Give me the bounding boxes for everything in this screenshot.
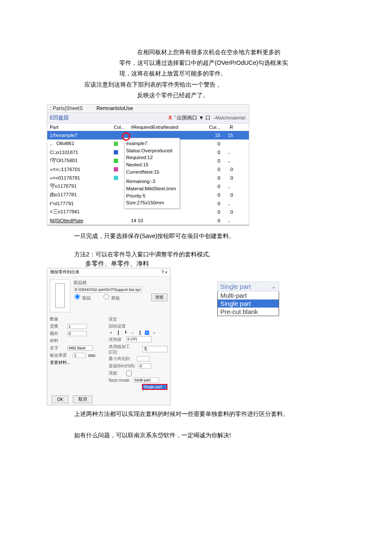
row-r: 。 [220,200,233,206]
row-part: «=>□1176701 [50,167,114,172]
dropdown-item-precut[interactable]: Pre-cut blank [218,308,279,316]
intro-line-1: 在相同板材上您将有很多次机会在空余地方套料更多的 [47,47,345,58]
row-part: !守Ol175801 [50,157,114,164]
col-r: R [220,125,233,130]
mirror-label: 境射: [109,370,124,376]
browse-button[interactable]: 浏览 [151,293,167,301]
need-field[interactable] [67,324,87,329]
matchmaterial-label: –Matchmaterial: [213,115,246,120]
mat-header: 材料 [50,338,65,344]
col-part: Part [50,125,114,130]
extra-field[interactable] [67,331,87,336]
table-row[interactable]: =三o117784100 [47,208,249,216]
radio-part[interactable]: 部品 [74,294,91,301]
col-cur: Cur... [208,125,220,130]
both-methods-paragraph: 上述两种方法都可以实现在套料的时候对一些需要单独套料的零件进行区分套料。 [47,409,345,419]
row-r: 0 [220,209,233,215]
mid-block: 增加零件到任务 ? × 部品档 部品 群组 [47,268,345,405]
row-part: =三o1177841 [50,209,114,215]
tt-size: Size:275x150mm [126,199,176,206]
intro-line-3: 现，这将在板材上放置尽可能多的零件。 [47,68,345,79]
row-part: «=>01176781 [50,175,114,180]
rotation-label: 回转设置 [109,323,126,329]
ok-button[interactable]: OK [52,395,69,403]
thickness-field[interactable] [73,353,86,358]
change-material-button[interactable]: 变更材料... [50,360,70,366]
row-cur: 0 [208,167,220,172]
row-cur: 0 [208,218,220,223]
min-label: 最小共切距 [109,356,134,362]
row-r: 0 [220,167,233,172]
settings-header: 设定 [109,316,124,322]
done-paragraph: 一旦完成，只要选择保存(Save)按钮即可在项目中创建套料。 [47,231,345,241]
name-label: 名字 [50,345,65,351]
tt-status: Status:Overproduced [126,147,176,154]
rotation-icons[interactable]: ▪┃┗↔┃+○ [109,331,167,335]
add-part-dialog: 增加零件到任务 ? × 部品档 部品 群组 [47,268,170,405]
row-cur: 0 [208,209,220,215]
min-field[interactable] [137,356,150,361]
nestmode-highlight[interactable]: Single part [142,384,167,390]
priority-label: 优先级 [109,337,124,343]
dropdown-item-single[interactable]: Single part [218,299,279,308]
row-r: 0 [220,192,233,198]
row-cur: 0 [208,141,220,146]
contact-paragraph: 如有什么问题，可以联南京系东岱软件，一定竭诚为你解决! [47,430,345,441]
tab-row: ; Parts|SheetS RemnantstoUse [47,105,249,113]
row-part: C□o1101871 [50,150,114,155]
chevron-down-icon: ⌄ [271,283,276,290]
row-cur: 15 [208,133,220,138]
intro-line-4: 应该注意到这将在下部列表的零件旁给出一个警告， [47,79,345,90]
shared-select[interactable]: 无 [142,346,167,352]
mirror-checkbox[interactable] [126,371,132,376]
col-color: Col... [114,125,131,130]
row-part: 。 Ollol861 [50,140,114,147]
radio-group[interactable]: 群组 [103,294,120,301]
method2-line1: 方法2：可以在零件导入窗口中调整零件的套料模式, [47,249,345,260]
intro-line-2: 零件，这可以通过选择窗口中的超产(OVerPrOdUCe)勾选框来实 [47,58,345,68]
dropdown-item-multi[interactable]: Multi-part [218,291,279,299]
bin-field[interactable] [138,363,151,369]
row-r: 15 [220,133,233,138]
row-required: 14 10 [131,218,208,223]
panel-toolbar: E凹盘回 X '·出国画口 ▼ 口 –Matchmaterial: [47,113,249,124]
thickness-unit: mm [88,353,95,358]
cancel-button[interactable]: 取消 [73,395,92,403]
intro-paragraph: 在相同板材上您将有很多次机会在空余地方套料更多的 零件，这可以通过选择窗口中的超… [47,47,345,101]
qty-header: 数量 [50,316,65,322]
row-part: fjjj]SlOttedPlate [50,218,114,223]
dialog-title: 增加零件到任务 [50,269,80,275]
help-icon[interactable]: ? [161,270,164,275]
col-required: #RequiredExtraNested [131,125,208,130]
tt-remaining: Remaining:-3 [126,178,176,185]
tab-remnants[interactable]: RemnantstoUse [94,105,135,112]
thickness-label: 钣金厚度 [50,352,70,358]
row-part: 1®example7 [50,133,114,138]
tt-required: Required:12 [126,154,176,161]
dialog-titlebar: 增加零件到任务 ? × [47,268,170,276]
overproduced-tooltip: example7 Status:Overproduced Required:12… [124,138,180,209]
material-name-field[interactable] [67,346,93,351]
row-cur: 0 [208,175,220,180]
row-cur: 0 [208,184,220,189]
row-cur: 0 [208,158,220,163]
dropdown-current[interactable]: Single part ⌄ [217,282,279,291]
path-field[interactable] [74,287,142,293]
tab-parts-sheets[interactable]: ; Parts|SheetS [50,105,83,111]
row-part: t^ol177791 [50,201,114,206]
table-row[interactable]: fjjj]SlOttedPlate14 100。 [47,216,249,225]
tt-name: example7 [126,140,176,147]
tt-current: CurrentNest:15 [126,169,176,176]
row-r: 。 [220,217,233,224]
nestmode-select-bg[interactable]: Multi-part [133,378,159,383]
need-label: 需要 [50,323,65,329]
row-r: 0 [220,175,233,180]
close-icon[interactable]: × [165,270,167,275]
row-r: 。 [220,157,233,164]
toolbar-glyphs[interactable]: '·出国画口 ▼ 口 [175,114,210,122]
shared-label: 共用线加工 (C0): [109,344,140,355]
close-icon[interactable]: X [169,115,172,121]
priority-select[interactable]: 5 (中) [126,336,152,343]
bin-label: 容器(bin)代码: [109,363,136,369]
nestmode-label: Nest mode: [109,378,131,383]
